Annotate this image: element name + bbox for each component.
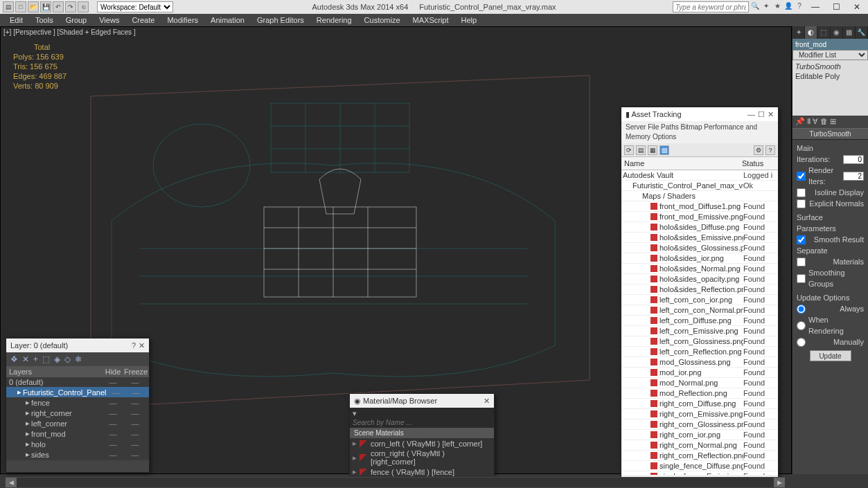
isoline-check[interactable]: [797, 188, 806, 197]
layer-help-icon[interactable]: ?: [132, 341, 136, 350]
hide-layer-icon[interactable]: ◇: [64, 354, 71, 364]
update-button[interactable]: Update: [810, 350, 851, 361]
new-layer-icon[interactable]: ❖: [10, 354, 18, 364]
asset-help-icon[interactable]: ?: [765, 145, 775, 155]
remove-mod-icon[interactable]: 🗑: [820, 117, 828, 127]
asset-row[interactable]: holo&sides_Normal.pngFound: [621, 264, 778, 274]
show-end-result-icon[interactable]: Ⅱ: [807, 117, 811, 127]
hierarchy-tab[interactable]: ⬚: [817, 26, 830, 39]
highlight-layer-icon[interactable]: ◈: [54, 354, 60, 364]
layer-row[interactable]: ▸ front_mod——: [6, 428, 149, 439]
new-button[interactable]: □: [15, 1, 26, 12]
smoothing-groups-check[interactable]: [797, 274, 806, 283]
layer-row[interactable]: ▸ fence——: [6, 397, 149, 408]
motion-tab[interactable]: ◉: [831, 26, 843, 39]
asset-row[interactable]: right_corn_Glossiness.pngFound: [621, 419, 778, 430]
favorites-icon[interactable]: ★: [772, 2, 782, 12]
display-tab[interactable]: ▦: [843, 26, 856, 39]
asset-row[interactable]: left_corn_Emissive.pngFound: [621, 326, 778, 336]
when-rendering-radio[interactable]: [797, 321, 806, 330]
help-icon[interactable]: ?: [795, 2, 804, 12]
utilities-tab[interactable]: 🔧: [856, 26, 868, 39]
asset-col-status[interactable]: Status: [742, 159, 775, 168]
layer-row[interactable]: ▸ right_corner——: [6, 408, 149, 418]
asset-row[interactable]: holo&sides_opacity.pngFound: [621, 274, 778, 284]
menu-help[interactable]: Help: [456, 15, 483, 26]
asset-view3-icon[interactable]: ▧: [659, 145, 669, 155]
scene-materials-header[interactable]: Scene Materials: [350, 428, 494, 438]
scroll-right-icon[interactable]: ▶: [774, 478, 785, 487]
layer-row[interactable]: ▸ left_corner——: [6, 418, 149, 428]
layer-list[interactable]: 0 (default)——▸ Futuristic_Control_Panel—…: [6, 377, 149, 460]
make-unique-icon[interactable]: ∀: [813, 117, 818, 127]
asset-min-icon[interactable]: —: [747, 110, 755, 119]
asset-view2-icon[interactable]: ▦: [648, 145, 657, 155]
asset-settings-icon[interactable]: ⚙: [754, 145, 763, 155]
asset-row[interactable]: left_corn_Diffuse.pngFound: [621, 316, 778, 326]
create-tab[interactable]: ✦: [792, 26, 805, 39]
help-search-input[interactable]: [673, 1, 749, 12]
asset-refresh-icon[interactable]: ⟳: [624, 145, 634, 155]
asset-row[interactable]: holo&sides_Reflection.pngFound: [621, 284, 778, 295]
asset-view1-icon[interactable]: ▤: [636, 145, 646, 155]
menu-create[interactable]: Create: [126, 15, 160, 26]
asset-row[interactable]: holo&sides_ior.pngFound: [621, 253, 778, 264]
asset-row[interactable]: holo&sides_Emissive.pngFound: [621, 233, 778, 243]
menu-group[interactable]: Group: [60, 15, 93, 26]
mat-options-icon[interactable]: ▾: [353, 409, 357, 417]
asset-row[interactable]: left_corn_con_ior.pngFound: [621, 295, 778, 305]
scroll-left-icon[interactable]: ◀: [6, 478, 17, 487]
material-close-icon[interactable]: ✕: [484, 397, 490, 406]
mod-turbosmooth[interactable]: TurboSmooth: [794, 62, 867, 71]
search-icon[interactable]: 🔍: [750, 2, 760, 12]
signin-icon[interactable]: 👤: [783, 2, 793, 12]
modifier-stack[interactable]: TurboSmooth Editable Poly: [792, 60, 868, 116]
materials-check[interactable]: [797, 257, 806, 266]
asset-row[interactable]: single_fence_Diffuse.pngFound: [621, 461, 778, 471]
material-search-input[interactable]: [353, 419, 491, 426]
comm-center-icon[interactable]: ✦: [761, 2, 771, 12]
asset-row[interactable]: single_fence_Emissive.pngFound: [621, 471, 778, 475]
rollout-turbosmooth[interactable]: TurboSmooth: [792, 128, 868, 140]
asset-row[interactable]: mod_ior.pngFound: [621, 368, 778, 378]
menu-rendering[interactable]: Rendering: [311, 15, 357, 26]
material-row[interactable]: ▸fence ( VRayMtl ) [fence]: [350, 467, 494, 477]
menu-animation[interactable]: Animation: [205, 15, 250, 26]
redo-button[interactable]: ↷: [65, 1, 76, 12]
asset-row[interactable]: mod_Normal.pngFound: [621, 378, 778, 388]
asset-row[interactable]: left_corn_con_Normal.pngFound: [621, 305, 778, 316]
menu-graph-editors[interactable]: Graph Editors: [251, 15, 310, 26]
modifier-list[interactable]: Modifier List: [792, 50, 868, 60]
layer-row[interactable]: 0 (default)——: [6, 377, 149, 387]
render-iters-check[interactable]: [797, 172, 806, 181]
link-button[interactable]: ⎋: [78, 1, 89, 12]
asset-row[interactable]: right_corn_Diffuse.pngFound: [621, 399, 778, 409]
asset-row[interactable]: Autodesk VaultLogged i: [621, 170, 778, 181]
asset-max-icon[interactable]: ☐: [758, 110, 765, 119]
object-name-input[interactable]: [792, 39, 868, 50]
menu-customize[interactable]: Customize: [359, 15, 406, 26]
menu-maxscript[interactable]: MAXScript: [407, 15, 454, 26]
asset-row[interactable]: left_corn_Glossiness.pngFound: [621, 336, 778, 347]
layer-row[interactable]: ▸ sides——: [6, 449, 149, 460]
asset-list[interactable]: Autodesk VaultLogged iFuturistic_Control…: [621, 170, 778, 475]
manually-radio[interactable]: [797, 338, 806, 347]
maximize-button[interactable]: ☐: [826, 1, 846, 13]
iterations-spinner[interactable]: [843, 155, 864, 164]
asset-row[interactable]: right_corn_Normal.pngFound: [621, 440, 778, 451]
menu-modifiers[interactable]: Modifiers: [161, 15, 204, 26]
asset-row[interactable]: front_mod_Emissive.pngFound: [621, 212, 778, 222]
asset-row[interactable]: holo&sides_Glossiness.pngFound: [621, 243, 778, 253]
pin-stack-icon[interactable]: 📌: [795, 117, 805, 127]
asset-row[interactable]: Futuristic_Control_Panel_max_vray.maxOk: [621, 181, 778, 191]
app-menu-button[interactable]: ▤: [3, 1, 14, 12]
menu-views[interactable]: Views: [94, 15, 125, 26]
render-iters-spinner[interactable]: [843, 172, 864, 181]
asset-row[interactable]: mod_Reflection.pngFound: [621, 388, 778, 399]
asset-close-icon[interactable]: ✕: [768, 110, 774, 119]
menu-tools[interactable]: Tools: [30, 15, 59, 26]
open-button[interactable]: 📂: [28, 1, 39, 12]
delete-layer-icon[interactable]: ✕: [22, 354, 29, 364]
timeline-scrollbar[interactable]: ◀ ▶: [6, 477, 785, 488]
mod-editable-poly[interactable]: Editable Poly: [794, 71, 867, 81]
